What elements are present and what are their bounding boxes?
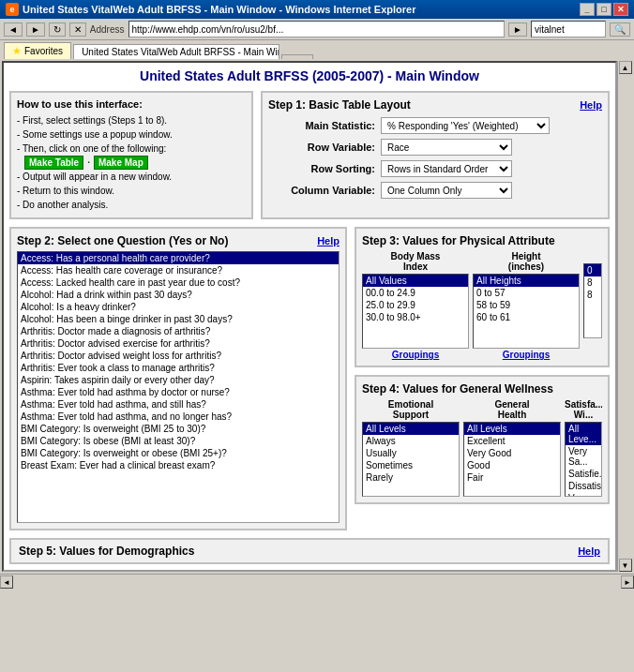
attr-col3-list[interactable]: 0 8 8 bbox=[583, 263, 602, 338]
general-health-item-4[interactable]: Fair bbox=[464, 471, 560, 484]
titlebar-controls: _ □ ✕ bbox=[580, 3, 628, 16]
horizontal-scrollbar[interactable]: ◄ ► bbox=[0, 574, 634, 589]
address-bar: ◄ ► ↻ ✕ Address http://www.ehdp.com/vn/r… bbox=[0, 19, 634, 40]
satisfaction-item-0[interactable]: All Leve... bbox=[566, 423, 601, 445]
question-item-0[interactable]: Access: Has a personal health care provi… bbox=[18, 252, 339, 264]
question-item-13[interactable]: Asthma: Ever told had asthma, and no lon… bbox=[18, 411, 339, 423]
right-panel: Step 3: Values for Physical Attribute Bo… bbox=[355, 227, 610, 530]
row-sorting-label: Row Sorting: bbox=[268, 163, 381, 174]
page-title: United States Adult BRFSS (2005-2007) - … bbox=[9, 68, 610, 83]
satisfaction-item-1[interactable]: Very Sa... bbox=[566, 445, 601, 468]
question-item-7[interactable]: Arthritis: Doctor advised exercise for a… bbox=[18, 337, 339, 350]
question-item-12[interactable]: Asthma: Ever told had asthma, and still … bbox=[18, 398, 339, 411]
question-item-11[interactable]: Asthma: Ever told had asthma by doctor o… bbox=[18, 386, 339, 398]
general-health-list[interactable]: All LevelsExcellentVery GoodGoodFair bbox=[463, 422, 561, 497]
forward-button[interactable]: ► bbox=[26, 22, 45, 37]
window-title: United States VitalWeb Adult BRFSS - Mai… bbox=[23, 4, 415, 15]
search-button[interactable]: 🔍 bbox=[610, 22, 630, 37]
make-table-button[interactable]: Make Table bbox=[24, 156, 83, 170]
height-item-1[interactable]: 0 to 57 bbox=[474, 287, 579, 299]
make-map-button[interactable]: Make Map bbox=[94, 156, 148, 170]
address-input[interactable]: http://www.ehdp.com/vn/ro/usu2/bf... bbox=[128, 21, 506, 37]
emotional-item-1[interactable]: Always bbox=[363, 435, 459, 447]
vertical-scrollbar[interactable]: ▲ ▼ bbox=[617, 61, 632, 572]
refresh-button[interactable]: ↻ bbox=[49, 22, 66, 37]
maximize-button[interactable]: □ bbox=[596, 3, 611, 16]
emotional-item-4[interactable]: Rarely bbox=[363, 471, 459, 484]
question-item-15[interactable]: BMI Category: Is obese (BMI at least 30)… bbox=[18, 435, 339, 447]
general-health-item-2[interactable]: Very Good bbox=[464, 447, 560, 459]
page-tab-label: United States VitalWeb Adult BRFSS - Mai… bbox=[82, 47, 279, 57]
question-list[interactable]: Access: Has a personal health care provi… bbox=[17, 251, 340, 523]
bullet-separator: · bbox=[87, 156, 90, 170]
back-button[interactable]: ◄ bbox=[4, 22, 23, 37]
question-item-1[interactable]: Access: Has health care coverage or insu… bbox=[18, 264, 339, 276]
general-health-column: GeneralHealth All LevelsExcellentVery Go… bbox=[463, 399, 561, 497]
emotional-item-3[interactable]: Sometimes bbox=[363, 459, 459, 471]
step2-help-link[interactable]: Help bbox=[317, 235, 340, 246]
height-list[interactable]: All Heights0 to 5758 to 5960 to 61 bbox=[473, 274, 580, 349]
go-button[interactable]: ► bbox=[508, 22, 527, 37]
new-tab[interactable] bbox=[281, 54, 313, 59]
bmi-groupings-link[interactable]: Groupings bbox=[362, 350, 469, 360]
question-item-14[interactable]: BMI Category: Is overweight (BMI 25 to 3… bbox=[18, 423, 339, 435]
page-tab[interactable]: United States VitalWeb Adult BRFSS - Mai… bbox=[73, 44, 279, 59]
question-item-2[interactable]: Access: Lacked health care in past year … bbox=[18, 276, 339, 289]
how-to-title: How to use this interface: bbox=[17, 98, 246, 110]
question-item-9[interactable]: Arthritis: Ever took a class to manage a… bbox=[18, 362, 339, 374]
question-item-5[interactable]: Alcohol: Has been a binge drinker in pas… bbox=[18, 313, 339, 325]
main-statistic-select[interactable]: % Responding 'Yes' (Weighted) bbox=[381, 117, 550, 134]
scroll-up-button[interactable]: ▲ bbox=[619, 61, 632, 74]
height-item-2[interactable]: 58 to 59 bbox=[474, 299, 579, 311]
step2-title-text: Step 2: Select one Question (Yes or No) bbox=[17, 234, 228, 247]
satisfaction-list[interactable]: All Leve...Very Sa...Satisfie...Dissatis… bbox=[565, 422, 602, 497]
general-health-item-0[interactable]: All Levels bbox=[464, 423, 560, 435]
scroll-down-button[interactable]: ▼ bbox=[619, 559, 632, 572]
height-item-0[interactable]: All Heights bbox=[474, 275, 579, 287]
question-item-10[interactable]: Aspirin: Takes aspirin daily or every ot… bbox=[18, 374, 339, 386]
how-to-buttons-row: Make Table · Make Map bbox=[24, 156, 246, 170]
window-icon: e bbox=[6, 3, 19, 16]
scroll-right-button[interactable]: ► bbox=[621, 575, 634, 589]
search-input[interactable]: vitalnet bbox=[531, 21, 606, 37]
row-variable-select[interactable]: Race bbox=[381, 139, 512, 156]
question-item-17[interactable]: Breast Exam: Ever had a clinical breast … bbox=[18, 459, 339, 471]
favorites-tab[interactable]: ★ Favorites bbox=[4, 42, 71, 59]
minimize-button[interactable]: _ bbox=[580, 3, 595, 16]
column-variable-select[interactable]: One Column Only bbox=[381, 182, 512, 199]
question-item-8[interactable]: Arthritis: Doctor advised weight loss fo… bbox=[18, 350, 339, 362]
step5-help-link[interactable]: Help bbox=[578, 545, 600, 557]
satisfaction-item-3[interactable]: Dissatis... bbox=[566, 480, 601, 492]
attr-col3-item-2[interactable]: 8 bbox=[584, 289, 601, 301]
bmi-item-3[interactable]: 30.0 to 98.0+ bbox=[363, 311, 468, 323]
step4-title: Step 4: Values for General Wellness bbox=[362, 382, 602, 396]
emotional-item-2[interactable]: Usually bbox=[363, 447, 459, 459]
satisfaction-item-2[interactable]: Satisfie... bbox=[566, 468, 601, 480]
stop-button[interactable]: ✕ bbox=[69, 22, 86, 37]
row-sorting-select[interactable]: Rows in Standard Order bbox=[381, 160, 512, 177]
bmi-item-0[interactable]: All Values bbox=[363, 275, 468, 287]
top-section: How to use this interface: - First, sele… bbox=[9, 91, 610, 219]
height-groupings-link[interactable]: Groupings bbox=[473, 350, 580, 360]
close-button[interactable]: ✕ bbox=[613, 3, 628, 16]
general-health-item-3[interactable]: Good bbox=[464, 459, 560, 471]
step1-help-link[interactable]: Help bbox=[580, 99, 602, 111]
bmi-item-2[interactable]: 25.0 to 29.9 bbox=[363, 299, 468, 311]
height-header: Height(inches) bbox=[473, 251, 580, 272]
emotional-support-list[interactable]: All LevelsAlwaysUsuallySometimesRarely bbox=[362, 422, 460, 497]
bmi-list[interactable]: All Values00.0 to 24.925.0 to 29.930.0 t… bbox=[362, 274, 469, 349]
step3-title: Step 3: Values for Physical Attribute bbox=[362, 234, 602, 247]
height-item-3[interactable]: 60 to 61 bbox=[474, 311, 579, 323]
attr-col3-item-1[interactable]: 8 bbox=[584, 276, 601, 289]
attr-col3-item-0[interactable]: 0 bbox=[584, 264, 601, 276]
column-variable-label: Column Variable: bbox=[268, 185, 381, 196]
bmi-item-1[interactable]: 00.0 to 24.9 bbox=[363, 287, 468, 299]
question-item-3[interactable]: Alcohol: Had a drink within past 30 days… bbox=[18, 289, 339, 301]
scroll-left-button[interactable]: ◄ bbox=[0, 575, 13, 589]
question-item-16[interactable]: BMI Category: Is overweight or obese (BM… bbox=[18, 447, 339, 459]
satisfaction-item-4[interactable]: Very Dis... bbox=[566, 492, 601, 497]
question-item-4[interactable]: Alcohol: Is a heavy drinker? bbox=[18, 301, 339, 313]
emotional-item-0[interactable]: All Levels bbox=[363, 423, 459, 435]
question-item-6[interactable]: Arthritis: Doctor made a diagnosis of ar… bbox=[18, 325, 339, 337]
general-health-item-1[interactable]: Excellent bbox=[464, 435, 560, 447]
